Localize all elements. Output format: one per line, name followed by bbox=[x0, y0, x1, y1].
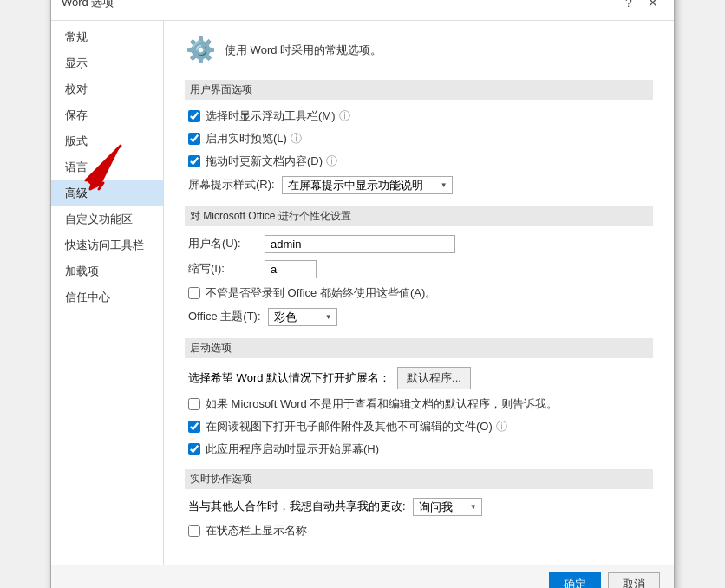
ok-button[interactable]: 确定 bbox=[549, 572, 601, 589]
username-label: 用户名(U): bbox=[188, 236, 258, 252]
sidebar-item-trust-center[interactable]: 信任中心 bbox=[51, 284, 163, 310]
startup-ext-row: 选择希望 Word 默认情况下打开扩展名： 默认程序... bbox=[185, 367, 653, 389]
collab-select[interactable]: 询问我 始终 从不 bbox=[413, 498, 482, 516]
show-start-checkbox[interactable] bbox=[188, 443, 200, 455]
section-startup-header: 启动选项 bbox=[185, 338, 653, 358]
screentip-select[interactable]: 在屏幕提示中显示功能说明 不在屏幕提示中显示功能说明 不显示屏幕提示 bbox=[282, 176, 453, 194]
theme-row: Office 主题(T): 彩色 深灰色 黑色 白色 bbox=[185, 308, 653, 326]
update-info-icon: ⓘ bbox=[326, 154, 337, 169]
screentip-label: 屏幕提示样式(R): bbox=[188, 177, 275, 193]
section-collab-header: 实时协作选项 bbox=[185, 469, 653, 489]
sidebar-item-quick-access[interactable]: 快速访问工具栏 bbox=[51, 232, 163, 258]
toolbar-info-icon: ⓘ bbox=[339, 108, 350, 124]
screentip-select-wrapper: 在屏幕提示中显示功能说明 不在屏幕提示中显示功能说明 不显示屏幕提示 bbox=[282, 176, 453, 194]
toolbar-row: 选择时显示浮动工具栏(M) ⓘ bbox=[185, 108, 653, 124]
initials-input[interactable] bbox=[265, 260, 317, 278]
dialog-footer: 确定 取消 bbox=[51, 565, 674, 589]
sidebar-item-style[interactable]: 版式 bbox=[51, 128, 163, 154]
username-row: 用户名(U): bbox=[185, 235, 653, 253]
main-content: ⚙️ 使用 Word 时采用的常规选项。 用户界面选项 选择时显示浮动工具栏(M… bbox=[164, 21, 674, 565]
dialog-title: Word 选项 bbox=[62, 0, 114, 10]
personalize-section: 用户名(U): 缩写(I): 不管是否登录到 Office 都始终使用这些值(A… bbox=[185, 235, 653, 326]
help-button[interactable]: ? bbox=[618, 0, 639, 13]
update-row: 拖动时更新文档内容(D) ⓘ bbox=[185, 154, 653, 169]
sidebar-item-proofing[interactable]: 校对 bbox=[51, 76, 163, 102]
collab-row: 当与其他人合作时，我想自动共享我的更改: 询问我 始终 从不 bbox=[185, 498, 653, 516]
settings-icon: ⚙️ bbox=[185, 35, 216, 66]
sidebar-item-general[interactable]: 常规 bbox=[51, 24, 163, 50]
cancel-button[interactable]: 取消 bbox=[608, 572, 660, 589]
title-bar: Word 选项 ? ✕ bbox=[51, 0, 674, 21]
open-attachment-row: 在阅读视图下打开电子邮件附件及其他不可编辑的文件(O) ⓘ bbox=[185, 419, 653, 434]
collab-section: 当与其他人合作时，我想自动共享我的更改: 询问我 始终 从不 在状态栏上显示名称 bbox=[185, 498, 653, 539]
update-label: 拖动时更新文档内容(D) ⓘ bbox=[206, 154, 337, 169]
initials-label: 缩写(I): bbox=[188, 261, 258, 277]
theme-label: Office 主题(T): bbox=[188, 309, 261, 324]
show-start-row: 此应用程序启动时显示开始屏幕(H) bbox=[185, 441, 653, 457]
initials-row: 缩写(I): bbox=[185, 260, 653, 278]
sidebar-item-display[interactable]: 显示 bbox=[51, 50, 163, 76]
always-use-checkbox[interactable] bbox=[188, 287, 200, 299]
startup-ext-label: 选择希望 Word 默认情况下打开扩展名： bbox=[188, 370, 390, 386]
username-input[interactable] bbox=[265, 235, 455, 253]
dialog-body: 常规显示校对保存版式语言高级自定义功能区快速访问工具栏加载项信任中心 ⚙️ 使用… bbox=[51, 21, 674, 565]
open-attachment-checkbox[interactable] bbox=[188, 421, 200, 433]
status-name-label: 在状态栏上显示名称 bbox=[206, 523, 307, 539]
close-button[interactable]: ✕ bbox=[643, 0, 663, 13]
always-use-label: 不管是否登录到 Office 都始终使用这些值(A)。 bbox=[206, 285, 436, 301]
title-bar-actions: ? ✕ bbox=[618, 0, 663, 13]
update-checkbox[interactable] bbox=[188, 155, 200, 167]
always-use-row: 不管是否登录到 Office 都始终使用这些值(A)。 bbox=[185, 285, 653, 301]
theme-select[interactable]: 彩色 深灰色 黑色 白色 bbox=[268, 308, 337, 326]
startup-section: 选择希望 Word 默认情况下打开扩展名： 默认程序... 如果 Microso… bbox=[185, 367, 653, 457]
preview-row: 启用实时预览(L) ⓘ bbox=[185, 131, 653, 147]
screentip-row: 屏幕提示样式(R): 在屏幕提示中显示功能说明 不在屏幕提示中显示功能说明 不显… bbox=[185, 176, 653, 194]
preview-checkbox[interactable] bbox=[188, 133, 200, 145]
sidebar-item-customize-ribbon[interactable]: 自定义功能区 bbox=[51, 206, 163, 232]
not-default-label: 如果 Microsoft Word 不是用于查看和编辑文档的默认程序，则告诉我。 bbox=[206, 396, 558, 412]
not-default-row: 如果 Microsoft Word 不是用于查看和编辑文档的默认程序，则告诉我。 bbox=[185, 396, 653, 412]
default-program-button[interactable]: 默认程序... bbox=[397, 367, 471, 389]
toolbar-checkbox[interactable] bbox=[188, 110, 200, 122]
sidebar-item-advanced[interactable]: 高级 bbox=[51, 180, 163, 206]
ui-options-section: 选择时显示浮动工具栏(M) ⓘ 启用实时预览(L) ⓘ 拖动时更新文档内容(D) bbox=[185, 108, 653, 194]
sidebar: 常规显示校对保存版式语言高级自定义功能区快速访问工具栏加载项信任中心 bbox=[51, 21, 164, 565]
word-options-dialog: Word 选项 ? ✕ 常规显示校对保存版式语言高级自定义功能区快速访问工具栏加… bbox=[50, 0, 675, 588]
top-desc-text: 使用 Word 时采用的常规选项。 bbox=[225, 42, 382, 58]
toolbar-label: 选择时显示浮动工具栏(M) ⓘ bbox=[206, 108, 350, 124]
open-attachment-label: 在阅读视图下打开电子邮件附件及其他不可编辑的文件(O) ⓘ bbox=[206, 419, 507, 434]
status-name-row: 在状态栏上显示名称 bbox=[185, 523, 653, 539]
sidebar-item-addins[interactable]: 加载项 bbox=[51, 258, 163, 284]
attachment-info-icon: ⓘ bbox=[496, 419, 507, 434]
section-ui-header: 用户界面选项 bbox=[185, 80, 653, 100]
sidebar-item-save[interactable]: 保存 bbox=[51, 102, 163, 128]
section-personalize-header: 对 Microsoft Office 进行个性化设置 bbox=[185, 206, 653, 226]
collab-select-wrapper: 询问我 始终 从不 bbox=[413, 498, 482, 516]
preview-info-icon: ⓘ bbox=[291, 131, 302, 147]
preview-label: 启用实时预览(L) ⓘ bbox=[206, 131, 302, 147]
show-start-label: 此应用程序启动时显示开始屏幕(H) bbox=[206, 441, 379, 457]
collab-label: 当与其他人合作时，我想自动共享我的更改: bbox=[188, 499, 406, 514]
status-name-checkbox[interactable] bbox=[188, 525, 200, 537]
theme-select-wrapper: 彩色 深灰色 黑色 白色 bbox=[268, 308, 337, 326]
not-default-checkbox[interactable] bbox=[188, 398, 200, 410]
sidebar-item-language[interactable]: 语言 bbox=[51, 154, 163, 180]
top-description: ⚙️ 使用 Word 时采用的常规选项。 bbox=[185, 35, 653, 66]
